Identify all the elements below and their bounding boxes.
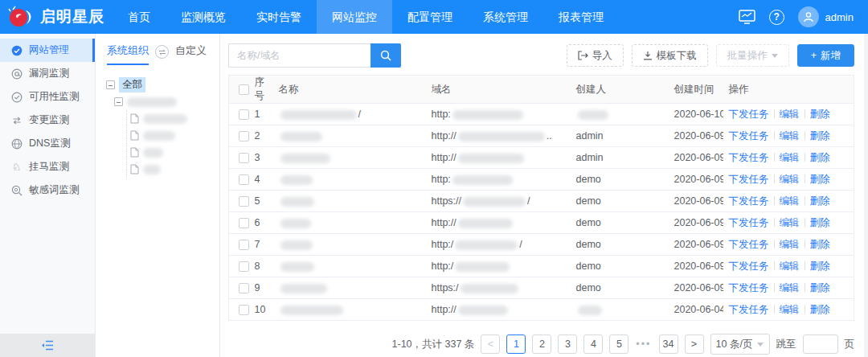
next-page-button[interactable]: > <box>685 334 704 354</box>
dispatch-task-link[interactable]: 下发任务 <box>729 304 769 315</box>
nav-item-realtime-alerts[interactable]: 实时告警 <box>241 0 317 34</box>
delete-link[interactable]: 删除 <box>810 109 830 120</box>
redacted-node-label <box>127 97 177 107</box>
more-pages-ellipsis[interactable]: ••• <box>636 339 651 350</box>
import-button[interactable]: 导入 <box>567 44 624 67</box>
row-checkbox[interactable] <box>239 218 249 228</box>
nav-item-website-monitoring[interactable]: 网站监控 <box>317 0 392 34</box>
divider <box>774 109 775 118</box>
dispatch-task-link[interactable]: 下发任务 <box>729 282 769 293</box>
tree-root-label[interactable]: 全部 <box>119 77 145 92</box>
sidebar-item-trojan-monitoring[interactable]: ♘ 挂马监测 <box>0 155 95 178</box>
dispatch-task-link[interactable]: 下发任务 <box>729 152 769 163</box>
row-number: 5 <box>249 191 273 212</box>
row-checkbox[interactable] <box>239 131 249 142</box>
edit-link[interactable]: 编辑 <box>780 195 800 207</box>
tree-children <box>126 110 219 178</box>
row-checkbox[interactable] <box>239 196 249 207</box>
edit-link[interactable]: 编辑 <box>780 130 800 142</box>
select-all-checkbox[interactable] <box>239 84 249 95</box>
nav-item-system-management[interactable]: 系统管理 <box>468 0 543 34</box>
dispatch-task-link[interactable]: 下发任务 <box>729 109 769 120</box>
sidebar-item-availability-monitoring[interactable]: 可用性监测 <box>0 85 95 109</box>
add-button[interactable]: + 新增 <box>797 44 854 67</box>
edit-link[interactable]: 编辑 <box>780 239 800 250</box>
edit-link[interactable]: 编辑 <box>780 304 800 315</box>
jump-to-page-input[interactable] <box>803 334 838 354</box>
sidebar-item-vulnerability-monitoring[interactable]: 漏洞监测 <box>0 62 95 85</box>
sidebar-item-dns-monitoring[interactable]: DNS监测 <box>0 132 95 155</box>
tab-system-organization[interactable]: 系统组织 <box>107 43 149 65</box>
page-button-last[interactable]: 34 <box>659 334 678 354</box>
tab-custom[interactable]: 自定义 <box>175 43 207 65</box>
created-date: 2020-06-09 <box>669 125 723 147</box>
row-checkbox[interactable] <box>239 283 249 293</box>
tree-leaf[interactable] <box>130 110 219 127</box>
sidebar-item-change-monitoring[interactable]: 变更监测 <box>0 109 95 132</box>
dispatch-task-link[interactable]: 下发任务 <box>729 239 769 250</box>
delete-link[interactable]: 删除 <box>810 217 830 228</box>
sidebar-item-sensitive-word-monitoring[interactable]: 敏感词监测 <box>0 178 95 202</box>
monitor-chart-icon[interactable] <box>739 10 755 24</box>
delete-link[interactable]: 删除 <box>810 174 830 185</box>
avatar[interactable] <box>798 6 819 27</box>
row-checkbox[interactable] <box>239 153 249 163</box>
delete-link[interactable]: 删除 <box>810 239 830 250</box>
tree-leaf[interactable] <box>130 144 219 161</box>
batch-operation-button[interactable]: 批量操作 <box>716 44 789 67</box>
help-icon[interactable]: ? <box>769 10 784 25</box>
row-checkbox[interactable] <box>239 261 249 272</box>
nav-item-config-management[interactable]: 配置管理 <box>392 0 468 34</box>
nav-item-home[interactable]: 首页 <box>113 0 166 34</box>
delete-link[interactable]: 删除 <box>810 282 830 293</box>
sidebar-collapse-button[interactable] <box>0 334 95 357</box>
delete-link[interactable]: 删除 <box>810 261 830 272</box>
collapse-node-icon[interactable] <box>114 97 123 106</box>
dispatch-task-link[interactable]: 下发任务 <box>729 261 769 272</box>
edit-link[interactable]: 编辑 <box>780 109 800 120</box>
row-checkbox[interactable] <box>239 240 249 250</box>
tree-node-root[interactable]: 全部 <box>106 76 219 93</box>
edit-link[interactable]: 编辑 <box>780 174 800 185</box>
page-size-select[interactable]: 10 条/页 <box>710 334 770 355</box>
edit-link[interactable]: 编辑 <box>780 261 800 272</box>
prev-page-button[interactable]: < <box>481 334 500 354</box>
redacted-node-label <box>143 148 163 158</box>
delete-link[interactable]: 删除 <box>810 130 830 142</box>
row-checkbox[interactable] <box>239 174 249 185</box>
nav-item-report-management[interactable]: 报表管理 <box>543 0 619 34</box>
page-button-4[interactable]: 4 <box>583 334 603 354</box>
tree-leaf[interactable] <box>130 161 219 178</box>
app-logo: 启明星辰 <box>0 6 113 28</box>
search-input[interactable] <box>228 43 371 68</box>
collapse-node-icon[interactable] <box>106 80 115 89</box>
edit-link[interactable]: 编辑 <box>780 152 800 163</box>
dispatch-task-link[interactable]: 下发任务 <box>729 217 769 228</box>
tree-node[interactable] <box>114 93 219 110</box>
dispatch-task-link[interactable]: 下发任务 <box>729 130 769 142</box>
dispatch-task-link[interactable]: 下发任务 <box>729 174 769 185</box>
delete-link[interactable]: 删除 <box>810 152 830 163</box>
delete-link[interactable]: 删除 <box>810 304 830 315</box>
nav-item-monitor-overview[interactable]: 监测概览 <box>166 0 241 34</box>
dispatch-task-link[interactable]: 下发任务 <box>729 195 769 207</box>
edit-link[interactable]: 编辑 <box>780 282 800 293</box>
swap-tabs-button[interactable] <box>155 45 169 59</box>
row-checkbox[interactable] <box>239 109 249 120</box>
page-button-1[interactable]: 1 <box>506 334 526 354</box>
sidebar-item-website-management[interactable]: 网站管理 <box>0 39 95 62</box>
delete-link[interactable]: 删除 <box>810 195 830 207</box>
tree-leaf[interactable] <box>130 127 219 144</box>
edit-link[interactable]: 编辑 <box>780 217 800 228</box>
template-download-button[interactable]: 模板下载 <box>632 44 708 67</box>
scrollbar-track[interactable] <box>864 34 868 357</box>
creator: admin <box>571 125 669 147</box>
current-user[interactable]: admin <box>825 11 854 23</box>
page-button-2[interactable]: 2 <box>532 334 551 354</box>
page-button-5[interactable]: 5 <box>609 334 628 354</box>
row-checkbox[interactable] <box>239 305 249 315</box>
creator: demo <box>571 191 669 212</box>
redacted-domain <box>458 219 513 228</box>
search-button[interactable] <box>371 43 401 68</box>
page-button-3[interactable]: 3 <box>558 334 577 354</box>
